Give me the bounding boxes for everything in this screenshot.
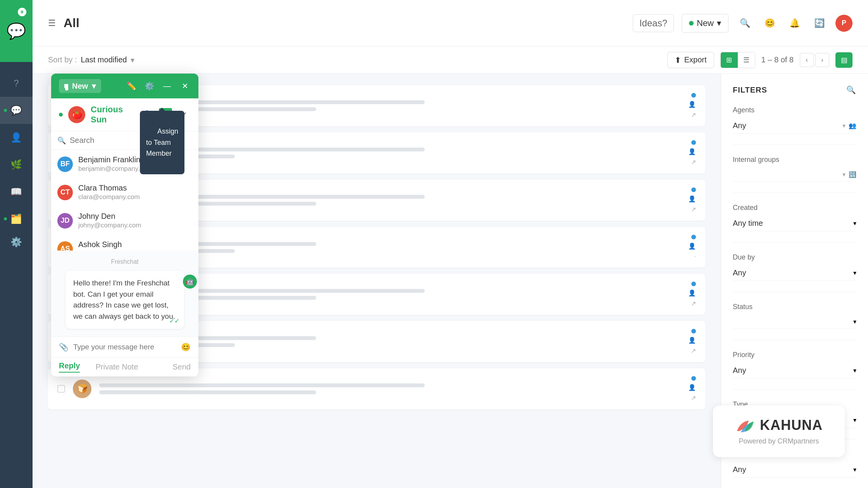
customer-name: Curious Sun xyxy=(91,105,135,125)
sub-header-right: ⬆ Export ⊞ ☰ 1 – 8 of 8 ‹ › ▤ xyxy=(667,52,852,68)
sort-value[interactable]: Last modified xyxy=(81,55,127,64)
kahuna-leaf-icon xyxy=(735,418,754,433)
list-item[interactable]: AS Ashok Singh ashok@company.com xyxy=(51,235,198,251)
person-icon: 👤 xyxy=(688,384,696,391)
sidebar-item-contacts[interactable]: 👤 xyxy=(0,124,33,151)
sidebar-item-campaigns[interactable]: 🌿 xyxy=(0,151,33,178)
filter-search-icon[interactable]: 🔍 xyxy=(846,85,856,95)
hamburger-icon[interactable]: ☰ xyxy=(48,18,56,28)
sidebar: 💬 + ? 💬 👤 🌿 📖 🗂️ ⚙️ xyxy=(0,0,33,488)
sidebar-item-help[interactable]: ? xyxy=(0,70,33,97)
chevron-down-icon: ▾ xyxy=(853,269,856,277)
send-button[interactable]: Send xyxy=(172,363,191,371)
bot-avatar: 🤖 xyxy=(183,275,197,289)
footer-tabs: Reply Private Note xyxy=(59,361,138,373)
ideas-button[interactable]: Ideas? xyxy=(633,14,674,32)
created-select[interactable]: Any time ▾ xyxy=(733,216,856,231)
agent-email: clara@company.com xyxy=(78,193,140,201)
filter-due-by: Due by Any ▾ xyxy=(733,253,856,292)
list-item[interactable]: CT Clara Thomas clara@company.com xyxy=(51,178,198,206)
search-icon[interactable]: 🔍 xyxy=(736,15,753,32)
chat-settings-icon[interactable]: ⚙️ xyxy=(143,80,155,92)
ticket-checkbox[interactable] xyxy=(57,385,65,393)
tooltip-assign-team: Assign to Team Member xyxy=(140,111,184,174)
chat-widget: ● New ▾ ✏️ ⚙️ — ✕ 🍅 Curious Sun 👤 👥 ✓ xyxy=(51,74,198,376)
ticket-meta: 👤 ↗ xyxy=(649,376,696,402)
list-item[interactable]: JD Johny Den johny@company.com xyxy=(51,206,198,235)
agents-select[interactable]: Any ▾ 👥 xyxy=(733,118,856,134)
app-logo[interactable]: 💬 + xyxy=(0,0,33,62)
filter-created: Created Any time ▾ xyxy=(733,204,856,242)
person-icon: 👤 xyxy=(688,101,696,108)
private-note-tab[interactable]: Private Note xyxy=(95,363,138,371)
group-icon: 🔣 xyxy=(849,171,856,178)
chat-new-badge: ● New ▾ xyxy=(59,79,101,93)
agent-avatar: AS xyxy=(57,241,73,251)
ticket-icon-row: 👤 xyxy=(688,384,696,391)
reply-tab[interactable]: Reply xyxy=(59,361,80,373)
grid-view-button[interactable]: ⊞ xyxy=(721,52,738,68)
priority-select[interactable]: Any ▾ xyxy=(733,363,856,378)
ticket-trend: ↗ xyxy=(691,111,696,119)
due-by-select[interactable]: Any ▾ xyxy=(733,265,856,281)
emoji-picker-icon[interactable]: 😊 xyxy=(181,342,191,352)
ticket-bar-title xyxy=(99,383,425,387)
chat-edit-icon[interactable]: ✏️ xyxy=(126,80,137,92)
kahuna-title: KAHUNA xyxy=(760,417,823,433)
source-select[interactable]: Any ▾ xyxy=(733,462,856,478)
chevron-down-icon: ▾ xyxy=(717,18,721,28)
chevron-down-icon: ▾ xyxy=(842,171,846,178)
person-icon: 👤 xyxy=(688,148,696,155)
agent-email: ashok@company.com xyxy=(78,250,143,251)
header-right: Ideas? New ▾ 🔍 😊 🔔 🔄 P xyxy=(633,14,852,33)
ticket-icon-row: 👤 xyxy=(688,101,696,108)
ticket-icon-row: 👤 xyxy=(688,148,696,155)
agent-name: Clara Thomas xyxy=(78,184,140,192)
agents-select-icons: ▾ 👥 xyxy=(842,122,856,129)
next-page-button[interactable]: › xyxy=(815,53,829,67)
nav-arrows: ‹ › xyxy=(800,53,829,67)
message-input[interactable] xyxy=(73,343,176,351)
plus-badge: + xyxy=(18,8,26,16)
chat-header: ● New ▾ ✏️ ⚙️ — ✕ xyxy=(51,74,198,98)
attachment-icon[interactable]: 📎 xyxy=(59,342,69,352)
read-tick: ✓✓ xyxy=(169,316,179,326)
ticket-trend: ↗ xyxy=(691,300,696,307)
avatar: 🍞 xyxy=(73,380,91,398)
ticket-trend: ↗ xyxy=(691,206,696,213)
internal-groups-select[interactable]: ▾ 🔣 xyxy=(733,168,856,182)
customer-online-dot xyxy=(59,113,63,117)
ticket-meta: 👤 ↗ xyxy=(649,282,696,307)
chat-minimize-icon[interactable]: — xyxy=(161,80,173,92)
ticket-status-dot xyxy=(691,235,696,239)
status-select[interactable]: ▾ xyxy=(733,315,856,329)
sidebar-item-reports[interactable]: 📖 xyxy=(0,178,33,205)
ticket-status-dot xyxy=(691,140,696,145)
person-icon: 👤 xyxy=(688,242,696,250)
ticket-content xyxy=(99,383,642,394)
kahuna-subtitle: Powered by CRMpartners xyxy=(739,437,819,445)
bell-icon[interactable]: 🔔 xyxy=(786,15,803,32)
list-view-button[interactable]: ☰ xyxy=(738,52,755,68)
chat-close-icon[interactable]: ✕ xyxy=(179,80,191,92)
agent-name: Ashok Singh xyxy=(78,240,143,249)
emoji-icon[interactable]: 😊 xyxy=(761,15,778,32)
agent-avatar: BF xyxy=(57,156,73,172)
sidebar-nav: ? 💬 👤 🌿 📖 🗂️ ⚙️ xyxy=(0,70,33,259)
sidebar-item-settings[interactable]: ⚙️ xyxy=(0,232,33,259)
sidebar-item-chat[interactable]: 💬 xyxy=(0,97,33,124)
new-button[interactable]: New ▾ xyxy=(682,14,728,33)
prev-page-button[interactable]: ‹ xyxy=(800,53,814,67)
user-avatar[interactable]: P xyxy=(835,15,852,32)
freshchat-label: Freshchat xyxy=(59,258,191,265)
groups-select-icons: ▾ 🔣 xyxy=(842,171,856,178)
refresh-icon[interactable]: 🔄 xyxy=(811,15,828,32)
kahuna-card: KAHUNA Powered by CRMpartners xyxy=(713,406,845,457)
chevron-down-icon: ▾ xyxy=(853,318,856,325)
agent-info: Clara Thomas clara@company.com xyxy=(78,184,140,201)
sidebar-item-messages[interactable]: 🗂️ xyxy=(0,205,33,232)
export-button[interactable]: ⬆ Export xyxy=(667,52,714,68)
filter-view-button[interactable]: ▤ xyxy=(835,52,852,68)
chevron-down-icon: ▾ xyxy=(842,122,846,129)
person-group-icon: 👥 xyxy=(849,122,856,129)
